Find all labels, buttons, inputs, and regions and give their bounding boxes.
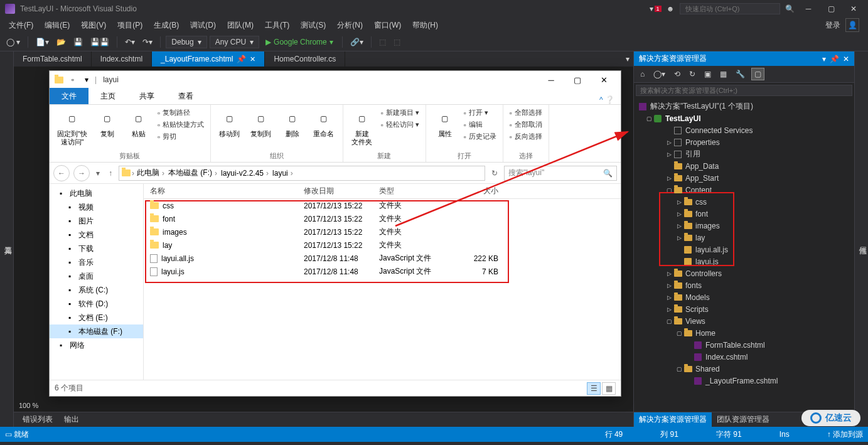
bottom-tab[interactable]: 输出 [59,412,84,427]
nav-item[interactable]: ▪软件 (D:) [50,297,143,311]
ribbon-small-button[interactable]: ▫打开 ▾ [463,107,498,118]
file-row[interactable]: layui.all.js2017/12/8 11:48JavaScript 文件… [144,252,621,265]
minimize-button[interactable]: ─ [799,2,818,16]
tree-node[interactable]: ▷App_Start [634,172,854,184]
maximize-button[interactable]: ▢ [822,2,840,16]
ribbon-button[interactable]: ▢重命名 [310,107,338,139]
se-bottom-tab[interactable]: 解决方案资源管理器 [634,412,712,427]
menu-item[interactable]: 测试(S) [296,18,331,33]
ew-qat-btn[interactable]: ▫ [67,74,78,85]
panel-pin-button[interactable]: 📌 [830,55,839,63]
breadcrumb-seg[interactable]: 本地磁盘 (F:)› [167,168,218,178]
se-properties-button[interactable]: 🔧 [733,68,747,80]
nav-item[interactable]: ▪视频 [50,200,143,214]
ribbon-small-button[interactable]: ▫编辑 [463,119,498,130]
browser-link-button[interactable]: 🔗▾ [348,36,366,48]
menu-item[interactable]: 视图(V) [76,18,111,33]
tree-node[interactable]: ▢Shared [634,363,854,375]
nav-item[interactable]: ▪下载 [50,242,143,255]
breadcrumb-seg[interactable]: 此电脑› [136,168,166,178]
ribbon-button[interactable]: ▢删除 [279,107,306,139]
notification-flag-icon[interactable]: ▾1 [650,3,661,14]
ribbon-button[interactable]: ▢新建文件夹 [348,107,376,147]
ribbon-small-button[interactable]: ▫反向选择 [508,131,544,142]
tree-node[interactable]: ▢Content [634,184,854,196]
tree-node[interactable]: Connected Services [634,124,854,136]
ew-ribbon-tab[interactable]: 主页 [88,88,127,104]
tree-node[interactable]: _LayoutFrame.cshtml [634,375,854,387]
ribbon-button[interactable]: ▢复制 [94,107,121,139]
avatar-icon[interactable]: 👤 [845,18,859,32]
file-row[interactable]: images2017/12/13 15:22文件夹 [144,225,621,239]
tree-node[interactable]: App_Data [634,160,854,172]
zoom-level[interactable]: 100 % [19,402,38,409]
status-add-source[interactable]: ↑ 添加到源 [827,429,863,440]
ew-back-button[interactable]: ← [53,165,70,181]
tab-overflow-button[interactable]: ▾ [626,55,630,63]
se-preview-button[interactable]: ▢ [751,68,764,80]
col-header-date[interactable]: 修改日期 [304,186,379,196]
ew-minimize-button[interactable]: ─ [538,71,564,88]
nav-item[interactable]: ▪桌面 [50,269,143,283]
se-bottom-tab[interactable]: 团队资源管理器 [712,412,774,427]
tree-node[interactable]: ▷Scripts [634,303,854,315]
se-sync-button[interactable]: ⟲ [672,68,683,80]
sign-in-link[interactable]: 登录 [825,20,840,31]
tree-node[interactable]: Index.cshtml [634,351,854,363]
menu-item[interactable]: 分析(N) [332,18,368,33]
close-button[interactable]: ✕ [844,2,863,16]
ribbon-button[interactable]: ▢固定到"快速访问" [55,107,90,147]
ribbon-small-button[interactable]: ▫剪切 [156,131,205,142]
panel-dropdown-button[interactable]: ▾ [822,55,826,63]
ew-recent-button[interactable]: ▾ [94,169,102,178]
nav-item[interactable]: ▪图片 [50,214,143,228]
ew-search-input[interactable]: 搜索"layui"🔍 [504,166,617,181]
menu-item[interactable]: 文件(F) [4,18,38,33]
file-row[interactable]: css2017/12/13 15:22文件夹 [144,199,621,212]
nav-item[interactable]: ▪文档 (E:) [50,311,143,324]
col-header-name[interactable]: 名称 [144,186,304,196]
ew-maximize-button[interactable]: ▢ [564,71,591,88]
bottom-tab[interactable]: 错误列表 [18,412,58,427]
new-file-button[interactable]: 📄▾ [33,36,51,48]
feedback-icon[interactable]: ☻ [665,3,676,14]
ribbon-small-button[interactable]: ▫复制路径 [156,107,205,118]
tree-node[interactable]: layui.all.js [634,244,854,255]
col-header-type[interactable]: 类型 [379,186,454,196]
breadcrumb[interactable]: › 此电脑›本地磁盘 (F:)›layui-v2.2.45›layui› [119,166,485,181]
tree-node[interactable]: ▷引用 [634,148,854,160]
menu-item[interactable]: 团队(M) [222,18,259,33]
se-refresh-button[interactable]: ↻ [687,68,698,80]
document-tab[interactable]: FormTable.cshtml [14,51,92,67]
icons-view-button[interactable]: ▦ [602,382,616,395]
se-collapse-button[interactable]: ▣ [702,68,714,80]
ribbon-small-button[interactable]: ▫粘贴快捷方式 [156,119,205,130]
solution-node[interactable]: 解决方案"TestLayUI"(1 个项目) [634,100,854,112]
document-tab[interactable]: HomeController.cs [265,51,345,67]
nav-back-button[interactable]: ◯ ▾ [4,36,23,48]
tree-node[interactable]: ▷lay [634,232,854,244]
toolbox-strip[interactable]: 工具箱 [0,51,14,427]
nav-item[interactable]: ▪网络 [50,338,143,352]
breadcrumb-seg[interactable]: layui› [271,169,294,178]
ew-up-button[interactable]: ↑ [106,169,115,178]
nav-item[interactable]: ▪系统 (C:) [50,283,143,297]
tree-node[interactable]: ▢Views [634,315,854,327]
menu-item[interactable]: 窗口(W) [369,18,406,33]
col-header-size[interactable]: 大小 [454,186,505,196]
ribbon-small-button[interactable]: ▫轻松访问 ▾ [380,119,421,130]
tree-node[interactable]: ▷Properties [634,136,854,148]
document-tab[interactable]: Index.cshtml [92,51,152,67]
ribbon-button[interactable]: ▢粘贴 [125,107,153,139]
nav-item[interactable]: ▪本地磁盘 (F:) [50,324,143,338]
ew-close-button[interactable]: ✕ [591,71,617,88]
se-home-button[interactable]: ⌂ [638,68,647,80]
open-file-button[interactable]: 📂 [54,36,68,48]
file-row[interactable]: layui.js2017/12/8 11:48JavaScript 文件7 KB [144,265,621,278]
se-showall-button[interactable]: ▦ [717,68,729,80]
menu-item[interactable]: 编辑(E) [40,18,75,33]
ew-forward-button[interactable]: → [73,165,90,181]
tree-node[interactable]: ▢Home [634,327,854,339]
ribbon-button[interactable]: ▢复制到 [247,107,275,139]
config-combo[interactable]: Debug▾ [166,36,206,48]
